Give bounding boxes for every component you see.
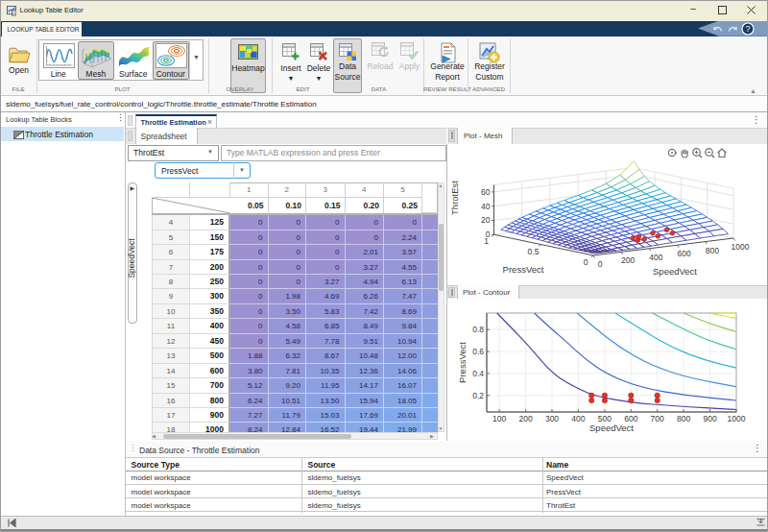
- svg-text:PressVect: PressVect: [457, 342, 468, 383]
- svg-text:200: 200: [621, 255, 635, 265]
- svg-text:0.2: 0.2: [472, 391, 484, 400]
- svg-text:0: 0: [486, 230, 491, 239]
- svg-text:800: 800: [677, 414, 690, 423]
- svg-text:400: 400: [571, 414, 585, 423]
- svg-text:0.4: 0.4: [472, 369, 484, 378]
- svg-text:100: 100: [492, 414, 506, 423]
- svg-text:1000: 1000: [732, 242, 750, 252]
- svg-text:40: 40: [481, 202, 491, 211]
- svg-text:400: 400: [649, 253, 662, 262]
- svg-text:700: 700: [651, 414, 664, 423]
- svg-text:20: 20: [481, 215, 491, 225]
- svg-text:600: 600: [624, 414, 637, 423]
- svg-text:900: 900: [704, 414, 717, 423]
- svg-text:ThrotEst: ThrotEst: [449, 181, 460, 215]
- svg-text:0.6: 0.6: [472, 347, 484, 356]
- svg-text:300: 300: [545, 414, 559, 423]
- svg-text:800: 800: [706, 246, 719, 255]
- svg-text:500: 500: [598, 414, 612, 423]
- svg-text:PressVect: PressVect: [503, 264, 544, 275]
- svg-text:600: 600: [678, 249, 691, 258]
- svg-text:60: 60: [481, 187, 491, 197]
- svg-text:0: 0: [598, 259, 603, 269]
- svg-text:0: 0: [584, 257, 588, 267]
- svg-text:SpeedVect: SpeedVect: [653, 266, 697, 277]
- svg-text:0.8: 0.8: [472, 325, 484, 334]
- svg-text:0.5: 0.5: [528, 247, 540, 256]
- svg-text:200: 200: [519, 414, 533, 423]
- svg-text:SpeedVect: SpeedVect: [589, 423, 634, 433]
- svg-text:1000: 1000: [728, 414, 746, 423]
- svg-text:?: ?: [745, 24, 750, 34]
